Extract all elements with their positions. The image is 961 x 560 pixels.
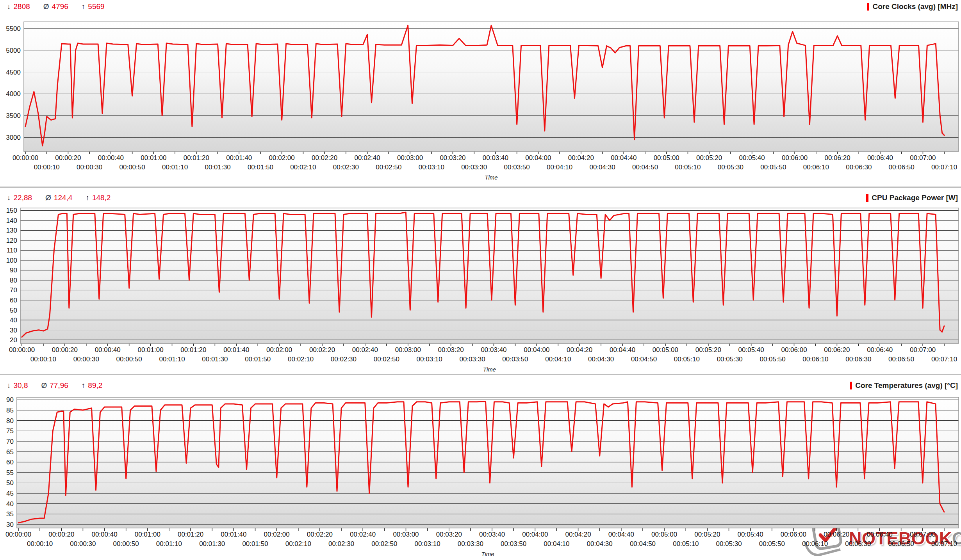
- x-tick-label: 00:06:30: [845, 356, 871, 363]
- x-tick-label: 00:04:20: [567, 346, 592, 354]
- y-tick-label: 5000: [6, 47, 21, 54]
- x-tick-label: 00:06:10: [802, 540, 828, 548]
- x-tick-label: 00:02:30: [331, 356, 357, 363]
- x-tick-label: 00:00:50: [119, 164, 145, 171]
- x-tick-label: 00:04:10: [544, 540, 569, 548]
- x-tick-label: 00:04:40: [611, 154, 637, 162]
- y-tick-label: 60: [6, 459, 14, 466]
- x-tick-label: 00:03:10: [417, 356, 442, 363]
- x-tick-label: 00:05:40: [738, 346, 764, 354]
- x-tick-label: 00:00:00: [12, 154, 38, 162]
- x-tick-label: 00:01:10: [156, 540, 182, 548]
- x-tick-label: 00:01:50: [248, 164, 273, 171]
- x-tick-label: 00:03:50: [501, 540, 526, 548]
- time-axis-label: Time: [483, 366, 496, 373]
- time-axis-label: Time: [481, 551, 494, 557]
- plot-background: [20, 208, 959, 343]
- y-tick-label: 65: [6, 448, 14, 456]
- x-tick-label: 00:04:20: [568, 154, 594, 162]
- x-tick-label: 00:06:40: [867, 531, 892, 538]
- y-tick-label: 70: [6, 438, 14, 445]
- x-tick-label: 00:00:10: [34, 164, 60, 171]
- y-tick-label: 90: [6, 396, 14, 404]
- x-tick-label: 00:07:00: [910, 346, 936, 354]
- x-tick-label: 00:06:30: [846, 164, 872, 171]
- x-tick-label: 00:01:40: [221, 531, 246, 538]
- y-tick-label: 4000: [6, 90, 21, 98]
- x-tick-label: 00:05:10: [675, 164, 701, 171]
- x-tick-label: 00:00:40: [91, 531, 117, 538]
- x-tick-label: 00:01:50: [242, 540, 268, 548]
- plot-cpu-power: 203040506070809010011012013014015000:00:…: [0, 188, 961, 374]
- y-tick-label: 75: [6, 427, 14, 435]
- x-tick-label: 00:03:40: [479, 531, 505, 538]
- chart-panel-core-temperatures: ↓30,8 Ø77,96 ↑89,2 Core Temperatures (av…: [0, 375, 961, 560]
- x-tick-label: 00:05:50: [759, 540, 785, 548]
- x-tick-label: 00:02:50: [371, 540, 397, 548]
- x-tick-label: 00:05:30: [716, 540, 742, 548]
- time-axis-label: Time: [485, 174, 497, 181]
- chart-panel-cpu-package-power: ↓22,88 Ø124,4 ↑148,2 CPU Package Power […: [0, 188, 961, 374]
- x-tick-label: 00:03:40: [481, 346, 506, 354]
- x-tick-label: 00:03:20: [440, 154, 465, 162]
- x-tick-label: 00:03:50: [502, 356, 528, 363]
- y-tick-label: 4500: [6, 69, 21, 76]
- x-tick-label: 00:05:40: [738, 531, 763, 538]
- x-tick-label: 00:04:10: [545, 356, 571, 363]
- x-tick-label: 00:01:40: [226, 154, 252, 162]
- x-tick-label: 00:04:50: [630, 540, 656, 548]
- x-tick-label: 00:00:20: [48, 531, 74, 538]
- y-tick-label: 60: [10, 297, 17, 304]
- y-tick-label: 80: [6, 417, 14, 425]
- x-tick-label: 00:05:00: [654, 154, 679, 162]
- x-tick-label: 00:06:10: [803, 164, 829, 171]
- x-tick-label: 00:03:30: [458, 540, 483, 548]
- x-tick-label: 00:00:00: [9, 346, 35, 354]
- x-tick-label: 00:06:00: [781, 531, 806, 538]
- x-tick-label: 00:03:50: [504, 164, 530, 171]
- x-tick-label: 00:05:00: [651, 531, 677, 538]
- x-tick-label: 00:06:20: [824, 346, 850, 354]
- x-tick-label: 00:04:30: [588, 356, 614, 363]
- x-tick-label: 00:00:10: [27, 540, 53, 548]
- x-tick-label: 00:03:00: [395, 346, 421, 354]
- y-tick-label: 50: [6, 479, 14, 487]
- x-tick-label: 00:04:00: [525, 154, 551, 162]
- chart-panel-core-clocks: ↓2808 Ø4796 ↑5569 Core Clocks (avg) [MHz…: [0, 0, 961, 187]
- x-tick-label: 00:05:00: [653, 346, 678, 354]
- y-tick-label: 40: [10, 316, 17, 324]
- x-tick-label: 00:02:10: [288, 356, 314, 363]
- x-tick-label: 00:07:00: [910, 154, 936, 162]
- x-tick-label: 00:00:50: [116, 356, 142, 363]
- x-tick-label: 00:05:10: [673, 540, 699, 548]
- x-tick-label: 00:04:00: [524, 346, 549, 354]
- x-tick-label: 00:06:50: [889, 164, 915, 171]
- x-tick-label: 00:02:20: [312, 154, 337, 162]
- x-tick-label: 00:02:50: [374, 356, 399, 363]
- x-tick-label: 00:04:10: [547, 164, 572, 171]
- x-tick-label: 00:00:30: [77, 164, 102, 171]
- x-tick-label: 00:02:40: [355, 154, 380, 162]
- x-tick-label: 00:06:50: [888, 356, 914, 363]
- y-tick-label: 90: [10, 267, 17, 274]
- x-tick-label: 00:07:00: [910, 531, 936, 538]
- x-tick-label: 00:00:30: [70, 540, 96, 548]
- x-tick-label: 00:02:00: [266, 346, 292, 354]
- x-tick-label: 00:01:00: [137, 346, 163, 354]
- x-tick-label: 00:01:40: [223, 346, 249, 354]
- x-tick-label: 00:00:50: [113, 540, 139, 548]
- x-tick-label: 00:03:10: [415, 540, 440, 548]
- x-tick-label: 00:07:10: [931, 356, 957, 363]
- x-tick-label: 00:01:20: [180, 346, 206, 354]
- x-tick-label: 00:06:20: [824, 154, 850, 162]
- x-tick-label: 00:05:50: [760, 164, 786, 171]
- x-tick-label: 00:03:30: [459, 356, 485, 363]
- x-tick-label: 00:03:10: [419, 164, 444, 171]
- x-tick-label: 00:04:30: [589, 164, 615, 171]
- y-tick-label: 100: [6, 257, 17, 264]
- x-tick-label: 00:05:20: [694, 531, 720, 538]
- y-tick-label: 80: [10, 277, 17, 284]
- y-tick-label: 20: [10, 336, 17, 344]
- x-tick-label: 00:03:30: [461, 164, 487, 171]
- x-tick-label: 00:02:40: [352, 346, 378, 354]
